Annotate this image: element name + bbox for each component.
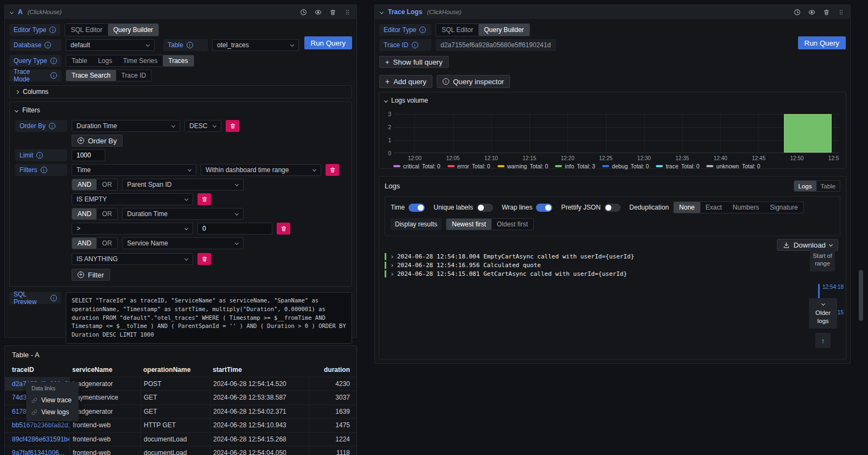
toggle-wrap-lines[interactable]: Wrap lines [502, 204, 552, 212]
order-by-direction-select[interactable]: DESC [184, 120, 221, 132]
trash-icon[interactable] [329, 9, 336, 16]
bool-operator-group: ANDOR [72, 179, 118, 191]
filter-time-field-select[interactable]: Time [72, 164, 196, 176]
option-logs-view[interactable]: Logs [794, 181, 816, 191]
table-cell: 2024-06-28 12:54:10.943 [210, 419, 309, 433]
toggle-unique-labels[interactable]: Unique labels [433, 204, 493, 212]
legend-item[interactable]: debugTotal: 0 [602, 163, 649, 169]
eye-icon[interactable] [315, 9, 322, 16]
drag-handle-icon[interactable] [344, 9, 351, 16]
toggle-switch[interactable] [477, 204, 493, 212]
order-by-field-select[interactable]: Duration Time [72, 120, 180, 132]
limit-input[interactable] [72, 149, 105, 161]
add-filter-button[interactable]: +Filter [72, 269, 110, 281]
filters-section-header[interactable]: Filters [15, 106, 346, 114]
trash-icon[interactable] [823, 9, 830, 16]
option-query-builder[interactable]: Query Builder [478, 24, 529, 36]
table-cell: HTTP GET [141, 419, 210, 433]
data-links-menu: Data links View trace View logs [26, 382, 79, 421]
condition-field-select[interactable]: Duration Time [122, 208, 244, 220]
option-and[interactable]: AND [72, 208, 97, 219]
legend-item[interactable]: infoTotal: 3 [555, 163, 595, 169]
option-signature[interactable]: Signature [764, 202, 803, 213]
legend-swatch [656, 165, 663, 167]
legend-total: Total: 0 [472, 163, 490, 169]
toggle-switch[interactable] [409, 204, 425, 212]
option-traces[interactable]: Traces [163, 55, 193, 66]
remove-filter-button[interactable] [326, 164, 339, 176]
option-numbers[interactable]: Numbers [727, 202, 765, 213]
option-newest-first[interactable]: Newest first [446, 219, 492, 230]
toggle-switch[interactable] [536, 204, 552, 212]
drag-handle-icon[interactable] [838, 9, 845, 16]
option-sql-editor[interactable]: SQL Editor [65, 24, 107, 36]
run-query-button[interactable]: Run Query [304, 36, 352, 49]
option-or[interactable]: OR [97, 238, 117, 249]
legend-item[interactable]: warningTotal: 0 [497, 163, 548, 169]
trace-id-link[interactable]: 89cf4286e631591b4... [5, 433, 69, 447]
panel-collapse-icon[interactable] [10, 10, 14, 14]
legend-item[interactable]: criticalTotal: 0 [393, 163, 441, 169]
option-exact[interactable]: Exact [700, 202, 727, 213]
option-sql-editor[interactable]: SQL Editor [436, 24, 478, 36]
history-icon[interactable] [300, 9, 307, 16]
legend-item[interactable]: unknownTotal: 0 [706, 163, 760, 169]
option-or[interactable]: OR [97, 208, 117, 219]
history-icon[interactable] [794, 9, 801, 16]
condition-operator-select[interactable]: > [72, 223, 193, 235]
toggle-time[interactable]: Time [391, 204, 425, 212]
option-and[interactable]: AND [72, 179, 97, 190]
option-trace-id[interactable]: Trace ID [116, 70, 152, 81]
option-or[interactable]: OR [97, 179, 117, 190]
option-query-builder[interactable]: Query Builder [108, 24, 158, 36]
menu-item-view-logs[interactable]: View logs [26, 406, 79, 418]
legend-swatch [706, 165, 713, 167]
option-time-series[interactable]: Time Series [118, 55, 163, 66]
log-line[interactable]: 2024-06-28 12:54:16.956 Calculated quote [385, 261, 781, 269]
option-logs[interactable]: Logs [93, 55, 118, 66]
log-line[interactable]: 2024-06-28 12:54:18.004 EmptyCartAsync c… [385, 252, 781, 261]
condition-operator-select[interactable]: IS ANYTHING [72, 253, 193, 265]
database-select[interactable]: default [66, 39, 155, 51]
log-volume-bar[interactable] [784, 114, 832, 153]
columns-section[interactable]: Columns [9, 85, 352, 98]
trace-id-link[interactable]: 9a7faf61341006... [5, 446, 69, 455]
legend-item[interactable]: traceTotal: 0 [656, 163, 699, 169]
panel-collapse-icon[interactable] [380, 10, 384, 14]
log-line[interactable]: 2024-06-28 12:54:15.081 GetCartAsync cal… [385, 270, 781, 278]
scroll-to-top-button[interactable]: ↑ [815, 333, 831, 348]
remove-condition-button[interactable] [197, 193, 211, 205]
condition-field-select[interactable]: Parent Span ID [122, 179, 244, 191]
run-query-button[interactable]: Run Query [798, 36, 846, 49]
legend-item[interactable]: errorTotal: 0 [448, 163, 490, 169]
option-and[interactable]: AND [72, 238, 97, 249]
add-query-button[interactable]: +Add query [379, 75, 432, 88]
condition-field-select[interactable]: Service Name [122, 237, 244, 249]
option-table-view[interactable]: Table [816, 181, 840, 191]
toggle-switch[interactable] [604, 204, 621, 212]
option-table[interactable]: Table [66, 55, 93, 66]
toggle-prettify-json[interactable]: Prettify JSON [561, 204, 621, 212]
query-inspector-button[interactable]: iQuery inspector [437, 75, 510, 88]
option-oldest-first[interactable]: Oldest first [492, 219, 533, 230]
menu-item-view-trace[interactable]: View trace [26, 394, 79, 406]
filter-time-value-select[interactable]: Within dashboard time range [201, 164, 321, 176]
chevron-down-icon [821, 302, 825, 306]
condition-operator-select[interactable]: IS EMPTY [72, 193, 193, 205]
option-none[interactable]: None [674, 202, 700, 213]
older-logs-button[interactable]: Older logs [809, 298, 837, 328]
legend-total: Total: 0 [742, 163, 760, 169]
page-scrollbar-thumb[interactable] [859, 270, 863, 321]
remove-condition-button[interactable] [277, 223, 290, 235]
remove-order-by-button[interactable] [226, 120, 239, 132]
option-trace-search[interactable]: Trace Search [66, 70, 116, 81]
show-full-query-button[interactable]: +Show full query [379, 56, 449, 68]
legend-name: trace [666, 163, 678, 169]
remove-condition-button[interactable] [197, 253, 211, 265]
table-select[interactable]: otel_traces [212, 39, 299, 51]
condition-value-input[interactable] [197, 223, 272, 235]
eye-icon[interactable] [808, 9, 815, 16]
logs-volume-header[interactable]: Logs volume [379, 92, 846, 109]
add-order-by-button[interactable]: +Order By [72, 135, 123, 147]
trace-id-input[interactable] [436, 39, 556, 51]
